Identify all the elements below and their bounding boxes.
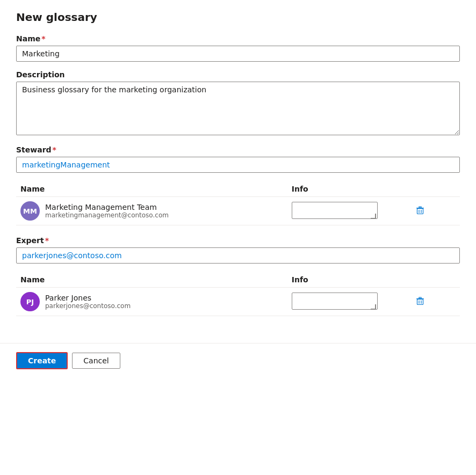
- expert-table: Name Info PJ Parker Jones parkerjones@co…: [16, 272, 460, 316]
- svg-rect-5: [417, 299, 423, 304]
- expert-group: Expert*: [16, 236, 460, 264]
- steward-delete-button[interactable]: [415, 206, 425, 216]
- expert-input[interactable]: [16, 247, 460, 264]
- svg-rect-1: [417, 208, 423, 214]
- steward-required-star: *: [53, 145, 56, 154]
- steward-row: MM Marketing Management Team marketingma…: [16, 197, 460, 225]
- name-label: Name*: [16, 34, 460, 43]
- expert-contact-cell: PJ Parker Jones parkerjones@contoso.com: [20, 292, 283, 311]
- expert-required-star: *: [45, 236, 49, 245]
- expert-col-info: Info: [287, 272, 410, 288]
- description-textarea[interactable]: Business glossary for the marketing orga…: [16, 82, 460, 135]
- cancel-button[interactable]: Cancel: [72, 353, 120, 369]
- steward-contact-cell: MM Marketing Management Team marketingma…: [20, 201, 283, 221]
- expert-delete-button[interactable]: [415, 296, 425, 307]
- description-group: Description Business glossary for the ma…: [16, 70, 460, 137]
- name-required-star: *: [41, 34, 45, 43]
- name-group: Name*: [16, 34, 460, 62]
- expert-full-name: Parker Jones: [45, 294, 131, 302]
- trash-icon: [415, 296, 425, 306]
- steward-label: Steward*: [16, 145, 460, 154]
- steward-group: Steward*: [16, 145, 460, 173]
- name-input[interactable]: [16, 46, 460, 62]
- steward-avatar: MM: [20, 201, 40, 221]
- steward-email: marketingmanagement@contoso.com: [45, 211, 169, 219]
- expert-info-wrap: [292, 293, 378, 311]
- trash-icon: [415, 206, 425, 215]
- description-label: Description: [16, 70, 460, 79]
- steward-col-info: Info: [287, 181, 410, 197]
- expert-avatar: PJ: [20, 292, 40, 311]
- expert-col-name: Name: [16, 272, 287, 288]
- expert-info-input[interactable]: [292, 293, 378, 310]
- steward-info-wrap: [292, 202, 378, 221]
- footer-bar: Create Cancel: [0, 343, 476, 378]
- expert-label: Expert*: [16, 236, 460, 245]
- steward-input[interactable]: [16, 157, 460, 173]
- page-title: New glossary: [16, 11, 460, 24]
- steward-col-name: Name: [16, 181, 287, 197]
- create-button[interactable]: Create: [16, 352, 68, 369]
- expert-email: parkerjones@contoso.com: [45, 302, 131, 310]
- steward-full-name: Marketing Management Team: [45, 203, 169, 211]
- page-container: New glossary Name* Description Business …: [0, 0, 476, 332]
- expert-row: PJ Parker Jones parkerjones@contoso.com: [16, 288, 460, 316]
- steward-info-input[interactable]: [292, 202, 378, 219]
- steward-table: Name Info MM Marketing Management Team m…: [16, 181, 460, 225]
